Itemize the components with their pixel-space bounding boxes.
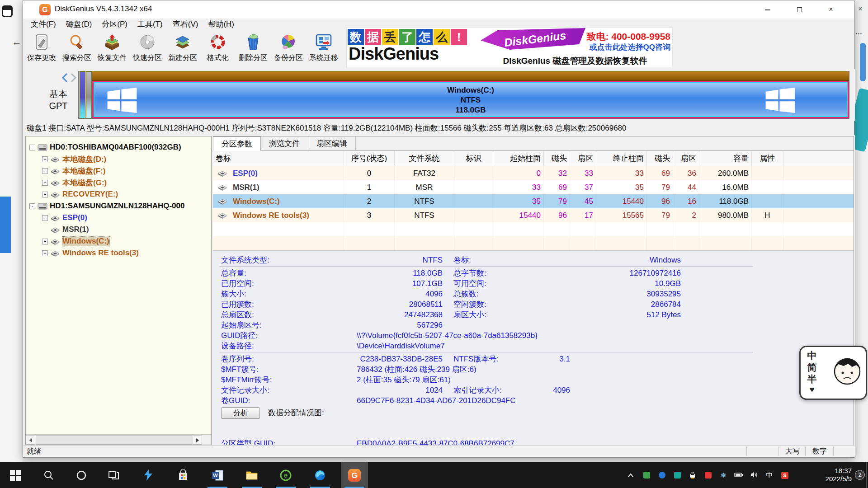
- show-desktop-button[interactable]: [866, 462, 868, 488]
- toolbar-button-save[interactable]: 保存更改: [24, 29, 59, 68]
- tray-red-app[interactable]: [701, 462, 715, 488]
- ime-mode-labels[interactable]: 中简半: [806, 350, 818, 385]
- tab-0[interactable]: 分区参数: [213, 136, 261, 151]
- tree-expander-icon[interactable]: +: [42, 192, 48, 197]
- taskbar-icon-diskgenius[interactable]: G: [341, 462, 368, 488]
- scroll-right-icon[interactable]: [193, 435, 202, 445]
- disk-next-icon[interactable]: [70, 73, 77, 83]
- taskbar-icon-start[interactable]: [2, 462, 29, 488]
- table-row-MSR(1)[interactable]: MSR(1)1MSR33693735794416.0MB: [213, 180, 854, 194]
- taskbar-clock[interactable]: 18:37 2022/5/9: [795, 467, 852, 483]
- menu-item-3[interactable]: 工具(T): [132, 19, 168, 29]
- toolbar-button-new[interactable]: 新建分区: [165, 29, 200, 68]
- taskbar-icon-word[interactable]: W: [204, 462, 231, 488]
- msr-partition-bar[interactable]: [86, 71, 92, 118]
- notification-badge[interactable]: 2: [855, 470, 865, 480]
- background-scrollbar[interactable]: [860, 43, 866, 81]
- tray-volume[interactable]: [747, 462, 761, 488]
- tree-item-5[interactable]: -HD1:SAMSUNGMZNLN128HAHQ-000: [29, 201, 185, 211]
- menu-item-2[interactable]: 分区(P): [97, 19, 132, 29]
- tray-qq[interactable]: [685, 462, 700, 488]
- tree-item-8[interactable]: +Windows(C:): [42, 236, 109, 247]
- table-row-Windows RE tools(3)[interactable]: Windows RE tools(3)3NTFS1544096171556579…: [213, 208, 854, 222]
- scroll-left-icon[interactable]: [26, 435, 35, 445]
- analyze-button[interactable]: 分析: [221, 407, 260, 419]
- tree-expander-icon[interactable]: -: [29, 145, 35, 150]
- tree-expander-icon[interactable]: -: [29, 203, 35, 209]
- tree-expander-icon[interactable]: +: [42, 180, 48, 186]
- taskbar-icon-search[interactable]: [35, 462, 62, 488]
- taskbar-icon-edge[interactable]: [307, 462, 334, 488]
- tree-expander-icon[interactable]: +: [42, 215, 48, 221]
- toolbar-button-delete[interactable]: 删除分区: [236, 29, 271, 68]
- column-header-9[interactable]: 扇区: [673, 151, 699, 166]
- tray-blue-app[interactable]: [655, 462, 669, 488]
- tree-expander-icon[interactable]: +: [42, 250, 48, 256]
- esp-partition-bar[interactable]: [80, 71, 85, 118]
- column-header-5[interactable]: 磁头: [544, 151, 570, 166]
- column-header-3[interactable]: 标识: [454, 151, 493, 166]
- column-header-0[interactable]: 卷标: [213, 151, 344, 166]
- column-header-8[interactable]: 磁头: [647, 151, 673, 166]
- tree-item-1[interactable]: +本地磁盘(D:): [42, 154, 106, 164]
- minimize-button[interactable]: [757, 0, 778, 19]
- ad-banner[interactable]: 数据丢了怎么! DiskGenius DiskGenius 致电: 400-00…: [346, 28, 673, 67]
- tree-item-4[interactable]: +RECOVERY(E:): [42, 189, 118, 200]
- ime-widget[interactable]: 中简半 ♥: [799, 346, 867, 400]
- tray-green-app[interactable]: [639, 462, 654, 488]
- banner-qq-link[interactable]: 或点击此处选择QQ咨询: [558, 42, 670, 52]
- close-button[interactable]: ×: [821, 0, 841, 19]
- tree-item-2[interactable]: +本地磁盘(F:): [42, 165, 105, 176]
- menu-item-5[interactable]: 帮助(H): [203, 19, 239, 29]
- column-header-2[interactable]: 文件系统: [395, 151, 454, 166]
- tray-ime-zh[interactable]: 中: [762, 462, 777, 488]
- tree-item-3[interactable]: +本地磁盘(G:): [42, 177, 107, 188]
- windows-partition-bar[interactable]: Windows(C:) NTFS 118.0GB: [92, 71, 849, 118]
- menu-item-1[interactable]: 磁盘(D): [61, 19, 97, 29]
- tray-sogou[interactable]: S: [778, 462, 792, 488]
- tree-horizontal-scrollbar[interactable]: [26, 434, 211, 445]
- tray-battery[interactable]: [731, 462, 746, 488]
- tab-1[interactable]: 浏览文件: [261, 136, 308, 151]
- tree-item-9[interactable]: +Windows RE tools(3): [42, 248, 139, 258]
- disk-prev-icon[interactable]: [61, 73, 68, 83]
- maximize-button[interactable]: [789, 0, 810, 19]
- toolbar-button-search[interactable]: 搜索分区: [59, 29, 94, 68]
- background-close-icon[interactable]: ×: [858, 5, 863, 14]
- column-header-4[interactable]: 起始柱面: [493, 151, 544, 166]
- column-header-1[interactable]: 序号(状态): [344, 151, 395, 166]
- toolbar-button-quick[interactable]: 快速分区: [130, 29, 165, 68]
- menu-item-0[interactable]: 文件(F): [26, 19, 61, 29]
- tree-expander-icon[interactable]: +: [42, 156, 48, 162]
- taskbar-icon-browser-e[interactable]: e: [272, 462, 299, 488]
- tree-item-0[interactable]: -HD0:TOSHIBAMQ04ABF100(932GB): [29, 142, 181, 153]
- scrollbar-thumb[interactable]: [36, 435, 192, 445]
- tray-chevron-up[interactable]: [623, 462, 638, 488]
- column-header-7[interactable]: 终止柱面: [596, 151, 647, 166]
- ime-mode-2[interactable]: 半: [806, 373, 818, 385]
- tab-2[interactable]: 扇区编辑: [308, 136, 356, 151]
- background-more-icon[interactable]: ...: [855, 28, 863, 36]
- ime-mode-0[interactable]: 中: [806, 350, 818, 361]
- taskbar-icon-explorer[interactable]: [238, 462, 265, 488]
- column-header-10[interactable]: 容量: [699, 151, 752, 166]
- taskbar-icon-store[interactable]: [170, 462, 197, 488]
- toolbar-button-recover[interactable]: 恢复文件: [94, 29, 130, 68]
- tree-item-7[interactable]: MSR(1): [42, 224, 89, 235]
- ime-mode-1[interactable]: 简: [806, 361, 818, 373]
- tree-expander-icon[interactable]: +: [42, 168, 48, 174]
- column-header-11[interactable]: 属性: [752, 151, 783, 166]
- table-row-Windows(C:)[interactable]: Windows(C:)2NTFS357945154409616118.0GB: [213, 194, 854, 208]
- column-header-6[interactable]: 扇区: [570, 151, 596, 166]
- table-row-ESP(0)[interactable]: ESP(0)0FAT3203233336936260.0MB: [213, 166, 854, 180]
- menu-item-4[interactable]: 查看(V): [168, 19, 203, 29]
- toolbar-button-backup[interactable]: 备份分区: [271, 29, 306, 68]
- browser-back-icon[interactable]: ←: [12, 36, 22, 48]
- tree-item-6[interactable]: +ESP(0): [42, 212, 87, 223]
- tray-snowflake[interactable]: ❄: [716, 462, 731, 488]
- toolbar-button-format[interactable]: 格式化: [200, 29, 236, 68]
- taskbar-icon-taskview[interactable]: [100, 462, 127, 488]
- taskbar-icon-lightning[interactable]: [135, 462, 162, 488]
- taskbar-icon-cortana[interactable]: [68, 462, 95, 488]
- tree-expander-icon[interactable]: +: [42, 239, 48, 244]
